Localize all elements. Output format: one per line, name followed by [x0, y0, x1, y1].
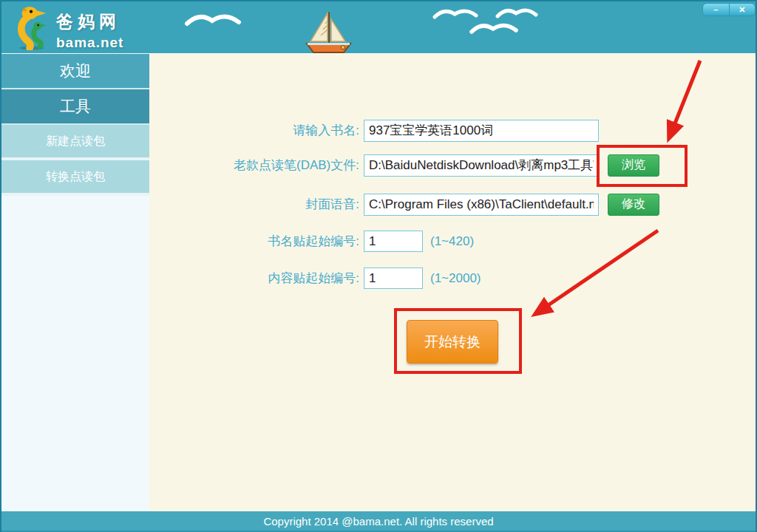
seagull-icon — [185, 10, 241, 30]
footer: Copyright 2014 @bama.net. All rights res… — [1, 511, 756, 531]
title-sticker-start-input[interactable] — [364, 231, 423, 252]
dab-file-input[interactable] — [364, 154, 599, 177]
minimize-button[interactable]: – — [703, 4, 730, 16]
close-button[interactable]: ✕ — [730, 4, 756, 16]
cover-voice-input[interactable] — [364, 194, 599, 216]
cover-voice-row: 封面语音: 修改 — [1, 193, 659, 216]
dab-file-row: 老款点读笔(DAB)文件: 浏览 — [1, 154, 659, 177]
title-sticker-label: 书名贴起始编号: — [1, 233, 359, 250]
title-sticker-row: 书名贴起始编号: (1~420) — [1, 230, 474, 253]
start-convert-button[interactable]: 开始转换 — [407, 320, 498, 364]
content-sticker-start-input[interactable] — [364, 267, 423, 289]
sidebar-item-welcome[interactable]: 欢迎 — [1, 54, 149, 89]
app-window: 爸妈网 bama.net – ✕ 欢迎 — [0, 0, 757, 532]
title-sticker-range-hint: (1~420) — [430, 234, 474, 249]
content-sticker-row: 内容贴起始编号: (1~2000) — [1, 267, 481, 290]
brand-name-cn: 爸妈网 — [56, 10, 123, 33]
titlebar: 爸妈网 bama.net – ✕ — [1, 1, 756, 53]
brand-name-en: bama.net — [56, 35, 123, 51]
book-name-label: 请输入书名: — [1, 122, 359, 139]
cover-voice-label: 封面语音: — [1, 196, 359, 213]
sailboat-icon — [301, 10, 356, 53]
modify-button[interactable]: 修改 — [608, 194, 659, 216]
book-name-row: 请输入书名: — [1, 119, 599, 142]
content-sticker-range-hint: (1~2000) — [430, 271, 481, 286]
browse-button[interactable]: 浏览 — [608, 154, 659, 177]
dab-file-label: 老款点读笔(DAB)文件: — [1, 157, 359, 174]
content-sticker-label: 内容贴起始编号: — [1, 270, 359, 287]
brand-block: 爸妈网 bama.net — [56, 10, 123, 51]
seahorse-logo-icon — [10, 4, 53, 50]
window-controls: – ✕ — [702, 3, 756, 16]
seagull-icon — [495, 4, 538, 22]
book-name-input[interactable] — [364, 120, 599, 142]
copyright-text: Copyright 2014 @bama.net. All rights res… — [263, 515, 493, 528]
